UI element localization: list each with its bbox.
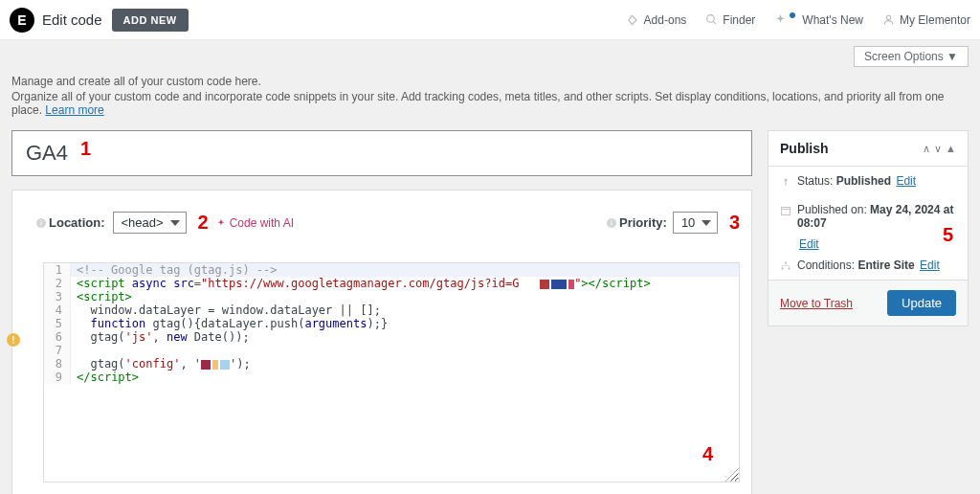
ai-sparkle-icon xyxy=(216,218,226,228)
location-select[interactable]: <head> xyxy=(113,212,187,234)
calendar-icon xyxy=(780,205,791,216)
notification-dot-icon xyxy=(790,12,795,18)
location-label: Location: xyxy=(35,215,105,230)
svg-line-1 xyxy=(713,21,716,24)
publish-metabox: Publish ∧ ∨ ▲ Status: Published Edit Pub… xyxy=(768,130,969,326)
priority-label: Priority: xyxy=(606,215,667,230)
svg-rect-8 xyxy=(612,220,612,221)
move-up-icon[interactable]: ∧ xyxy=(923,143,930,155)
svg-point-2 xyxy=(886,15,890,19)
search-icon xyxy=(705,13,718,26)
add-new-button[interactable]: ADD NEW xyxy=(112,9,189,32)
info-icon xyxy=(35,217,47,229)
svg-rect-13 xyxy=(785,262,787,264)
editor-panel: Location: <head> 2 Code with AI Pr xyxy=(11,190,752,494)
move-down-icon[interactable]: ∨ xyxy=(934,143,942,155)
annotation-3: 3 xyxy=(729,212,740,234)
resize-handle-icon[interactable] xyxy=(725,468,739,482)
sparkle-icon xyxy=(774,13,787,26)
intro-text-1: Manage and create all of your custom cod… xyxy=(11,75,969,88)
svg-point-0 xyxy=(707,15,715,23)
priority-select[interactable]: 10 xyxy=(673,212,718,234)
conditions-value: Entire Site xyxy=(858,258,914,272)
publish-title: Publish xyxy=(780,141,829,156)
pin-icon xyxy=(780,176,791,188)
page-title: Edit code xyxy=(42,11,102,28)
info-icon xyxy=(606,217,617,229)
screen-options-button[interactable]: Screen Options ▼ xyxy=(854,46,969,67)
move-to-trash-link[interactable]: Move to Trash xyxy=(780,297,853,310)
status-value: Published xyxy=(836,174,891,188)
my-elementor-link[interactable]: My Elementor xyxy=(882,13,970,27)
learn-more-link[interactable]: Learn more xyxy=(45,103,103,117)
code-title-input[interactable] xyxy=(11,130,752,176)
code-with-ai-link[interactable]: Code with AI xyxy=(216,216,294,230)
user-icon xyxy=(882,13,895,26)
intro-text-2: Organize all of your custom code and inc… xyxy=(11,90,969,117)
update-button[interactable]: Update xyxy=(887,290,956,316)
edit-conditions-link[interactable]: Edit xyxy=(920,258,940,272)
finder-link[interactable]: Finder xyxy=(705,13,755,27)
svg-rect-11 xyxy=(782,208,791,215)
sitemap-icon xyxy=(780,260,791,272)
svg-rect-5 xyxy=(41,220,42,221)
svg-rect-15 xyxy=(789,268,791,270)
edit-date-link[interactable]: Edit xyxy=(799,237,819,251)
code-editor[interactable]: 1<!-- Google tag (gtag.js) --> 2<script … xyxy=(43,262,740,483)
svg-rect-14 xyxy=(782,268,784,270)
addons-icon xyxy=(626,13,639,27)
toggle-panel-icon[interactable]: ▲ xyxy=(946,143,956,154)
elementor-logo-icon: E xyxy=(10,8,34,33)
svg-rect-4 xyxy=(41,222,42,226)
edit-status-link[interactable]: Edit xyxy=(896,174,916,188)
top-bar: E Edit code ADD NEW Add-ons Finder What'… xyxy=(0,0,980,40)
warning-gutter-icon: ! xyxy=(7,333,20,347)
svg-rect-7 xyxy=(612,222,612,226)
annotation-2: 2 xyxy=(198,212,209,234)
whats-new-link[interactable]: What's New xyxy=(774,13,863,27)
svg-rect-10 xyxy=(786,181,787,186)
addons-link[interactable]: Add-ons xyxy=(626,13,687,27)
